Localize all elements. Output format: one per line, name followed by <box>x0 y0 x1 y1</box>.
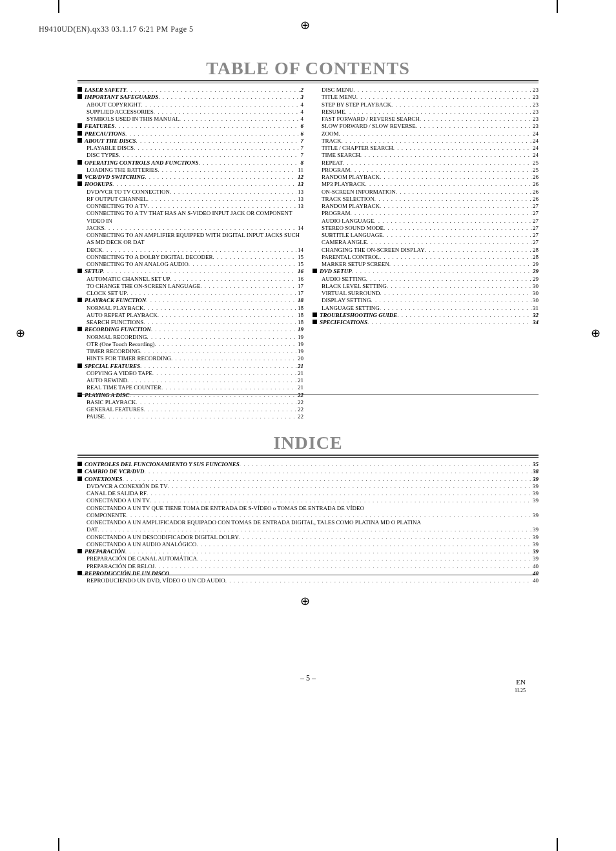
toc-label: RANDOM PLAYBACK <box>322 203 380 210</box>
leader-dots: . . . . . . . . . . . . . . . . . . . . … <box>154 563 531 570</box>
toc-entry: DISPLAY SETTING . . . . . . . . . . . . … <box>313 297 539 304</box>
leader-dots: . . . . . . . . . . . . . . . . . . . . … <box>396 189 531 196</box>
registration-mark-left: ⊕ <box>15 326 25 340</box>
toc-page-number: 24 <box>531 130 539 138</box>
divider <box>77 80 539 81</box>
crop-mark <box>58 0 59 13</box>
toc-label: CONECTANDO A UN AMPLIFICADOR EQUIPADO CO… <box>87 519 539 526</box>
leader-dots: . . . . . . . . . . . . . . . . . . . . … <box>103 247 297 254</box>
toc-section: DVD SETUP . . . . . . . . . . . . . . . … <box>313 268 539 275</box>
toc-label: CONECTANDO A UN TV <box>87 497 150 504</box>
toc-page-number: 26 <box>531 196 539 203</box>
toc-page-number: 19 <box>296 326 303 333</box>
toc-label: CONNECTING TO AN ANALOG AUDIO <box>87 261 189 268</box>
toc-page-number: 3 <box>300 94 304 101</box>
toc-entry: SUPPLIED ACCESSORIES . . . . . . . . . .… <box>77 108 303 116</box>
toc-page-number: 26 <box>531 189 539 196</box>
toc-page-number: 15 <box>296 254 303 261</box>
leader-dots: . . . . . . . . . . . . . . . . . . . . … <box>158 312 296 319</box>
manual-page: H9410UD(EN).qx33 03.1.17 6:21 PM Page 5 … <box>0 0 616 851</box>
bullet-icon <box>77 131 82 136</box>
toc-page-number: 40 <box>531 563 539 570</box>
toc-page-number: 26 <box>531 181 539 188</box>
toc-label: AUTOMATIC CHANNEL SET UP <box>87 276 170 283</box>
toc-entry: RANDOM PLAYBACK . . . . . . . . . . . . … <box>313 174 539 181</box>
leader-dots: . . . . . . . . . . . . . . . . . . . . … <box>351 210 531 217</box>
toc-page-number: 23 <box>531 101 539 108</box>
toc-section: CAMBIO DE VCR/DVD . . . . . . . . . . . … <box>77 468 539 475</box>
toc-entry: ABOUT COPYRIGHT . . . . . . . . . . . . … <box>77 101 303 108</box>
toc-section: ABOUT THE DISCS . . . . . . . . . . . . … <box>77 138 303 145</box>
toc-label: PLAYING A DISC <box>77 392 129 399</box>
toc-label: DISPLAY SETTING <box>322 297 371 304</box>
toc-section: PLAYBACK FUNCTION . . . . . . . . . . . … <box>77 297 303 304</box>
toc-label: TROUBLESHOOTING GUIDE <box>313 312 397 319</box>
toc-page-number: 23 <box>531 94 539 101</box>
leader-dots: . . . . . . . . . . . . . . . . . . . . … <box>169 570 531 577</box>
toc-label: PROGRAM <box>322 167 351 174</box>
toc-page-number: 21 <box>296 384 303 391</box>
leader-dots: . . . . . . . . . . . . . . . . . . . . … <box>154 108 300 116</box>
leader-dots: . . . . . . . . . . . . . . . . . . . . … <box>384 225 531 232</box>
leader-dots: . . . . . . . . . . . . . . . . . . . . … <box>380 203 531 210</box>
toc-page-number: 13 <box>296 203 303 210</box>
leader-dots: . . . . . . . . . . . . . . . . . . . . … <box>225 577 531 584</box>
leader-dots: . . . . . . . . . . . . . . . . . . . . … <box>374 218 531 225</box>
toc-label: PLAYBACK FUNCTION <box>77 297 146 304</box>
toc-label: MARKER SETUP SCREEN <box>322 261 389 268</box>
leader-dots: . . . . . . . . . . . . . . . . . . . . … <box>367 319 531 326</box>
toc-entry: REAL TIME TAPE COUNTER . . . . . . . . .… <box>77 384 303 391</box>
toc-entry: PARENTAL CONTROL . . . . . . . . . . . .… <box>313 254 539 261</box>
divider <box>77 83 539 83</box>
leader-dots: . . . . . . . . . . . . . . . . . . . . … <box>143 406 296 413</box>
toc-entry: CAMERA ANGLE . . . . . . . . . . . . . .… <box>313 239 539 246</box>
toc-entry: SYMBOLS USED IN THIS MANUAL . . . . . . … <box>77 116 303 123</box>
toc-page-number: 6 <box>300 130 304 138</box>
leader-dots: . . . . . . . . . . . . . . . . . . . . … <box>127 87 300 94</box>
toc-label: DISC TYPES <box>87 152 119 159</box>
toc-entry: DVD/VCR TO TV CONNECTION . . . . . . . .… <box>77 189 303 196</box>
toc-label: REPRODUCCIÓN DE UN DISCO <box>77 570 169 577</box>
toc-page-number: 21 <box>296 370 303 377</box>
toc-entry: FAST FORWARD / REVERSE SEARCH . . . . . … <box>313 116 539 123</box>
leader-dots: . . . . . . . . . . . . . . . . . . . . … <box>213 254 296 261</box>
toc-entry: CLOCK SET UP . . . . . . . . . . . . . .… <box>77 290 303 297</box>
toc-entry: DISC TYPES . . . . . . . . . . . . . . .… <box>77 152 303 159</box>
toc-label: CONECTANDO A UN AUDIO ANALÓGICO <box>87 541 196 548</box>
toc-label: AUDIO SETTING <box>322 276 366 283</box>
leader-dots: . . . . . . . . . . . . . . . . . . . . … <box>123 476 531 483</box>
toc-page-number: 18 <box>296 305 303 312</box>
bullet-icon <box>77 469 82 473</box>
bullet-icon <box>77 94 82 99</box>
toc-label: VCR/DVD SWITCHING <box>77 174 145 181</box>
toc-entry: STEP BY STEP PLAYBACK . . . . . . . . . … <box>313 101 539 108</box>
toc-page-number: 32 <box>531 312 539 319</box>
leader-dots: . . . . . . . . . . . . . . . . . . . . … <box>171 355 296 362</box>
leader-dots: . . . . . . . . . . . . . . . . . . . . … <box>180 116 300 123</box>
doc-code: 1L25 <box>515 688 526 693</box>
leader-dots: . . . . . . . . . . . . . . . . . . . . … <box>365 181 531 188</box>
toc-entry: CONNECTING TO A DOLBY DIGITAL DECODER . … <box>77 254 303 261</box>
toc-entry: CONNECTING TO A TV THAT HAS AN S-VIDEO I… <box>77 210 303 232</box>
toc-entry: PREPARACIÓN DE CANAL AUTOMÁTICA . . . . … <box>77 555 539 562</box>
toc-page-number: 27 <box>531 239 539 246</box>
toc-label: TIMER RECORDING <box>87 348 140 355</box>
bullet-icon <box>77 87 82 92</box>
toc-label: SPECIAL FEATURES <box>77 363 140 370</box>
toc-entry: OTR (One Touch Recording) . . . . . . . … <box>77 341 303 348</box>
registration-mark-mid: ⊕ <box>300 594 310 608</box>
toc-page-number: 13 <box>296 181 303 188</box>
bullet-icon <box>77 364 82 368</box>
toc-page-number: 6 <box>300 123 304 130</box>
toc-page-number: 24 <box>531 152 539 159</box>
toc-entry: AUTO REWIND . . . . . . . . . . . . . . … <box>77 377 303 384</box>
leader-dots: . . . . . . . . . . . . . . . . . . . . … <box>366 276 531 283</box>
toc-label: REAL TIME TAPE COUNTER <box>87 384 161 391</box>
leader-dots: . . . . . . . . . . . . . . . . . . . . … <box>339 130 532 138</box>
toc-entry: SEARCH FUNCTIONS . . . . . . . . . . . .… <box>77 319 303 326</box>
toc-page-number: 15 <box>296 261 303 268</box>
leader-dots: . . . . . . . . . . . . . . . . . . . . … <box>425 247 531 254</box>
toc-entry: RESUME . . . . . . . . . . . . . . . . .… <box>313 108 539 116</box>
toc-entry: CONECTANDO A UN AUDIO ANALÓGICO . . . . … <box>77 541 539 548</box>
leader-dots: . . . . . . . . . . . . . . . . . . . . … <box>380 174 531 181</box>
